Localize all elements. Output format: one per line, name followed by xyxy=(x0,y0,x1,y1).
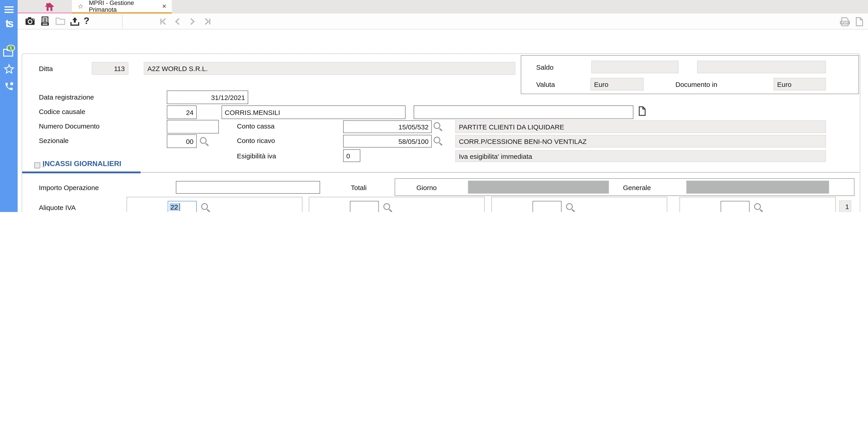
page-indicator: 1 xyxy=(839,200,851,212)
sezionale-label: Sezionale xyxy=(39,137,69,144)
codice-causale-descrizione[interactable]: CORRIS.MENSILI xyxy=(221,106,405,119)
phone-icon[interactable] xyxy=(0,81,18,91)
data-registrazione-label: Data registrazione xyxy=(39,93,94,101)
iva-column-1: 22 xyxy=(127,197,303,212)
pdf-icon[interactable]: PDF xyxy=(839,17,851,29)
totale-generale-field xyxy=(686,180,829,194)
aliquota-iva-input-1[interactable]: 22 xyxy=(168,201,197,212)
conto-ricavo-descrizione: CORR.P/CESSIONE BENI-NO VENTILAZ xyxy=(455,135,826,147)
conto-cassa-search-icon[interactable] xyxy=(434,122,440,129)
first-record-icon[interactable] xyxy=(159,18,168,27)
generale-label: Generale xyxy=(623,184,651,191)
camera-icon[interactable] xyxy=(25,16,36,28)
esigibilita-iva-input[interactable]: 0 xyxy=(343,149,360,162)
last-record-icon[interactable] xyxy=(203,18,212,27)
totale-giorno-field xyxy=(468,180,609,194)
numero-documento-input[interactable] xyxy=(167,120,219,134)
aliquota-search-icon-1[interactable] xyxy=(201,203,208,210)
folder-badge-count: 1 xyxy=(9,46,12,51)
ditta-name-field: A2Z WORLD S.R.L. xyxy=(144,62,515,75)
blank-document-icon[interactable] xyxy=(855,17,864,29)
home-button[interactable] xyxy=(36,1,63,12)
svg-text:PDF: PDF xyxy=(842,21,848,24)
aliquota-search-icon-3[interactable] xyxy=(566,203,573,210)
favorites-star-icon[interactable] xyxy=(0,64,18,74)
totali-label: Totali xyxy=(351,184,367,191)
conto-cassa-input[interactable]: 15/05/532 xyxy=(343,120,432,133)
conto-ricavo-label: Conto ricavo xyxy=(237,137,275,144)
saldo-value-1 xyxy=(591,61,679,73)
tab-gestione-primanota[interactable]: ☆ MPRI - Gestione Primanota × xyxy=(72,0,172,13)
conto-ricavo-input[interactable]: 58/05/100 xyxy=(343,135,432,147)
esigibilita-iva-label: Esigibilità iva xyxy=(237,152,276,160)
folder-icon[interactable] xyxy=(55,16,66,27)
conto-ricavo-search-icon[interactable] xyxy=(434,137,440,143)
tab-bar: ☆ MPRI - Gestione Primanota × xyxy=(18,0,868,13)
print-icon[interactable] xyxy=(40,16,51,28)
teamsystem-logo: ts xyxy=(0,17,18,30)
importo-operazione-input[interactable] xyxy=(176,181,320,194)
selected-text: 22 xyxy=(169,203,179,210)
codice-causale-extra-input[interactable] xyxy=(414,106,633,119)
saldo-label: Saldo xyxy=(536,63,554,71)
sezionale-input[interactable]: 00 xyxy=(167,134,197,148)
favorite-star-icon[interactable]: ☆ xyxy=(78,2,84,10)
aliquota-search-icon-4[interactable] xyxy=(754,203,761,210)
toolbar-separator xyxy=(122,15,123,28)
data-registrazione-input[interactable]: 31/12/2021 xyxy=(167,90,248,104)
documents-folder-icon[interactable]: 1 xyxy=(0,45,18,57)
esigibilita-iva-descrizione: Iva esigibilita' immediata xyxy=(455,150,826,162)
tab-close-icon[interactable]: × xyxy=(162,2,166,10)
aliquote-iva-label: Aliquote IVA xyxy=(39,204,76,211)
text-caret xyxy=(179,203,180,210)
saldo-value-2 xyxy=(697,61,826,73)
iva-column-3 xyxy=(491,197,667,212)
toolbar: ? PDF xyxy=(18,13,868,29)
tab-title: MPRI - Gestione Primanota xyxy=(89,0,162,13)
sidebar: ts 1 xyxy=(0,0,18,212)
valuta-label: Valuta xyxy=(536,81,555,88)
incassi-active-underline xyxy=(22,171,141,173)
home-icon xyxy=(43,1,55,12)
aliquota-iva-input-3[interactable] xyxy=(532,201,561,212)
importo-operazione-label: Importo Operazione xyxy=(39,184,99,191)
iva-column-4 xyxy=(680,197,836,212)
ditta-code-field: 113 xyxy=(92,62,128,75)
section-divider xyxy=(141,172,860,173)
app-window: ☆ MPRI - Gestione Primanota × xyxy=(0,0,868,212)
codice-causale-input[interactable]: 24 xyxy=(167,106,197,119)
conto-cassa-label: Conto cassa xyxy=(237,122,275,130)
aliquota-iva-input-2[interactable] xyxy=(350,201,379,212)
menu-icon[interactable] xyxy=(0,6,18,13)
conto-cassa-descrizione: PARTITE CLIENTI DA LIQUIDARE xyxy=(455,120,826,133)
iva-column-2 xyxy=(309,197,485,212)
previous-record-icon[interactable] xyxy=(175,18,181,27)
help-icon[interactable]: ? xyxy=(84,16,90,26)
upload-icon[interactable] xyxy=(70,16,80,28)
documento-in-label: Documento in xyxy=(675,81,717,88)
documento-in-field: Euro xyxy=(774,78,826,90)
incassi-checkbox[interactable] xyxy=(34,163,40,168)
valuta-field: Euro xyxy=(590,78,644,90)
incassi-section-title: INCASSI GIORNALIERI xyxy=(42,160,121,168)
note-document-icon[interactable] xyxy=(638,106,646,118)
next-record-icon[interactable] xyxy=(189,18,195,27)
numero-documento-label: Numero Documento xyxy=(39,122,99,130)
aliquota-search-icon-2[interactable] xyxy=(383,203,390,210)
giorno-label: Giorno xyxy=(416,184,437,191)
sezionale-search-icon[interactable] xyxy=(200,137,207,144)
ditta-label: Ditta xyxy=(39,65,53,73)
codice-causale-label: Codice causale xyxy=(39,108,85,115)
aliquota-iva-input-4[interactable] xyxy=(721,201,749,212)
